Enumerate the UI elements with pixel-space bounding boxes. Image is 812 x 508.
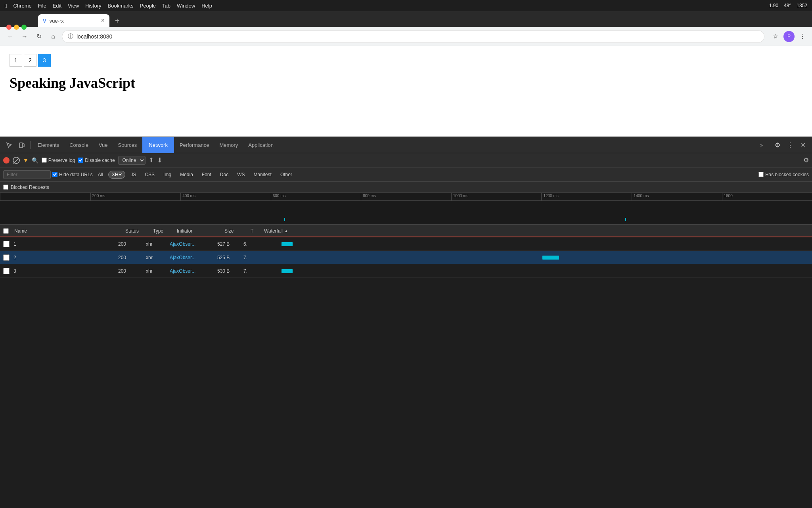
ruler-mark-0 bbox=[0, 193, 90, 200]
tab-close-button[interactable]: × bbox=[101, 17, 105, 24]
table-row[interactable]: 2 200 xhr AjaxObser... 525 B 7. bbox=[0, 251, 812, 264]
view-menu[interactable]: View bbox=[68, 3, 79, 9]
import-button[interactable]: ⬆ bbox=[149, 156, 154, 164]
search-icon[interactable]: 🔍 bbox=[32, 157, 38, 164]
chrome-menu[interactable]: Chrome bbox=[13, 3, 31, 9]
devtools-more-button[interactable]: ⋮ bbox=[784, 139, 796, 151]
table-header: Name Status Type Initiator Size T Waterf… bbox=[0, 225, 812, 237]
filter-type-xhr[interactable]: XHR bbox=[108, 171, 125, 179]
filter-type-css[interactable]: CSS bbox=[141, 171, 158, 179]
tab-performance[interactable]: Performance bbox=[175, 140, 214, 150]
ruler-mark-1200: 1200 ms bbox=[541, 193, 632, 200]
tab-network[interactable]: Network bbox=[142, 137, 174, 153]
tab-application[interactable]: Application bbox=[243, 140, 278, 150]
timeline-ruler: 200 ms 400 ms 600 ms 800 ms 1000 ms 1200… bbox=[0, 193, 812, 201]
profile-icon[interactable]: P bbox=[783, 31, 795, 42]
row-2-initiator: AjaxObser... bbox=[167, 255, 214, 260]
clear-button[interactable] bbox=[13, 157, 20, 164]
more-tabs-button[interactable]: » bbox=[755, 140, 768, 150]
devtools-settings-button[interactable]: ⚙ bbox=[772, 139, 783, 151]
select-all-checkbox[interactable] bbox=[3, 228, 9, 234]
timeline-tick-2 bbox=[625, 218, 626, 221]
sort-arrow-icon[interactable]: ▲ bbox=[284, 229, 288, 233]
filter-type-js[interactable]: JS bbox=[127, 171, 140, 179]
people-menu[interactable]: People bbox=[140, 3, 156, 9]
filter-type-ws[interactable]: WS bbox=[234, 171, 248, 179]
filter-type-media[interactable]: Media bbox=[176, 171, 197, 179]
apple-menu[interactable]:  bbox=[5, 2, 7, 9]
devtools-inspect-button[interactable] bbox=[3, 139, 15, 151]
ruler-mark-1400: 1400 ms bbox=[632, 193, 722, 200]
tab-vue[interactable]: Vue bbox=[94, 140, 113, 150]
edit-menu[interactable]: Edit bbox=[53, 3, 61, 9]
tab-console[interactable]: Console bbox=[65, 140, 93, 150]
table-row[interactable]: 3 200 xhr AjaxObser... 530 B 7. bbox=[0, 264, 812, 278]
more-options-icon[interactable]: ⋮ bbox=[798, 32, 807, 41]
filter-type-font[interactable]: Font bbox=[198, 171, 215, 179]
record-button[interactable] bbox=[3, 157, 10, 164]
filter-type-other[interactable]: Other bbox=[277, 171, 296, 179]
row-2-checkbox[interactable] bbox=[3, 254, 10, 261]
page-button-1[interactable]: 1 bbox=[10, 54, 22, 67]
preserve-log-label[interactable]: Preserve log bbox=[42, 158, 75, 163]
row-1-initiator: AjaxObser... bbox=[167, 241, 214, 247]
reload-button[interactable]: ↻ bbox=[33, 31, 44, 42]
row-3-time: 7. bbox=[242, 268, 254, 274]
ruler-mark-800: 800 ms bbox=[361, 193, 451, 200]
disable-cache-checkbox[interactable] bbox=[78, 158, 83, 163]
row-1-checkbox[interactable] bbox=[3, 241, 10, 247]
help-menu[interactable]: Help bbox=[201, 3, 212, 9]
tab-sources[interactable]: Sources bbox=[113, 140, 142, 150]
temperature: 48° bbox=[784, 3, 791, 8]
network-settings-button[interactable]: ⚙ bbox=[803, 156, 809, 164]
has-blocked-cookies-checkbox[interactable] bbox=[758, 172, 764, 177]
minimize-window-button[interactable] bbox=[14, 25, 19, 30]
filter-type-img[interactable]: Img bbox=[160, 171, 175, 179]
new-tab-button[interactable]: + bbox=[112, 14, 123, 27]
hide-data-urls-checkbox[interactable] bbox=[52, 172, 57, 177]
clock: 1352 bbox=[797, 3, 807, 8]
network-timeline: 200 ms 400 ms 600 ms 800 ms 1000 ms 1200… bbox=[0, 193, 812, 225]
throttle-select[interactable]: Online bbox=[118, 156, 146, 165]
hide-data-urls-label[interactable]: Hide data URLs bbox=[52, 172, 93, 177]
tab-menu[interactable]: Tab bbox=[162, 3, 170, 9]
maximize-window-button[interactable] bbox=[21, 25, 27, 30]
ruler-mark-400: 400 ms bbox=[180, 193, 271, 200]
ruler-mark-600: 600 ms bbox=[271, 193, 361, 200]
filter-type-doc[interactable]: Doc bbox=[216, 171, 232, 179]
row-1-size: 527 B bbox=[214, 241, 242, 247]
row-3-checkbox[interactable] bbox=[3, 268, 10, 274]
forward-button[interactable]: → bbox=[19, 31, 30, 42]
devtools-device-button[interactable] bbox=[16, 139, 28, 151]
page-button-2[interactable]: 2 bbox=[24, 54, 36, 67]
export-button[interactable]: ⬇ bbox=[157, 156, 162, 164]
column-header-waterfall: Waterfall ▲ bbox=[261, 228, 809, 234]
history-menu[interactable]: History bbox=[85, 3, 101, 9]
row-2-name: 2 bbox=[12, 255, 115, 260]
page-button-3[interactable]: 3 bbox=[38, 54, 51, 67]
back-button[interactable]: ← bbox=[5, 31, 16, 42]
table-row[interactable]: 1 200 xhr AjaxObser... 527 B 6. bbox=[0, 237, 812, 251]
devtools-close-button[interactable]: ✕ bbox=[797, 139, 809, 151]
filter-icon[interactable]: ▼ bbox=[23, 157, 29, 164]
row-2-status: 200 bbox=[115, 255, 143, 260]
row-1-waterfall-bar bbox=[282, 242, 293, 246]
active-tab[interactable]: V vue-rx × bbox=[38, 14, 109, 27]
filter-type-all[interactable]: All bbox=[94, 171, 107, 179]
home-button[interactable]: ⌂ bbox=[48, 31, 59, 42]
row-3-type: xhr bbox=[143, 268, 167, 274]
blocked-requests-checkbox[interactable] bbox=[3, 185, 8, 190]
tab-memory[interactable]: Memory bbox=[214, 140, 243, 150]
preserve-log-checkbox[interactable] bbox=[42, 158, 47, 163]
bookmarks-menu[interactable]: Bookmarks bbox=[108, 3, 134, 9]
window-menu[interactable]: Window bbox=[177, 3, 195, 9]
filter-input[interactable] bbox=[3, 170, 51, 179]
bookmark-icon[interactable]: ☆ bbox=[771, 32, 780, 41]
tab-elements[interactable]: Elements bbox=[33, 140, 64, 150]
filter-type-manifest[interactable]: Manifest bbox=[250, 171, 275, 179]
has-blocked-cookies-label[interactable]: Has blocked cookies bbox=[758, 172, 809, 177]
disable-cache-label[interactable]: Disable cache bbox=[78, 158, 115, 163]
file-menu[interactable]: File bbox=[38, 3, 46, 9]
close-window-button[interactable] bbox=[6, 25, 11, 30]
address-input[interactable]: ⓘ localhost:8080 bbox=[62, 30, 764, 43]
